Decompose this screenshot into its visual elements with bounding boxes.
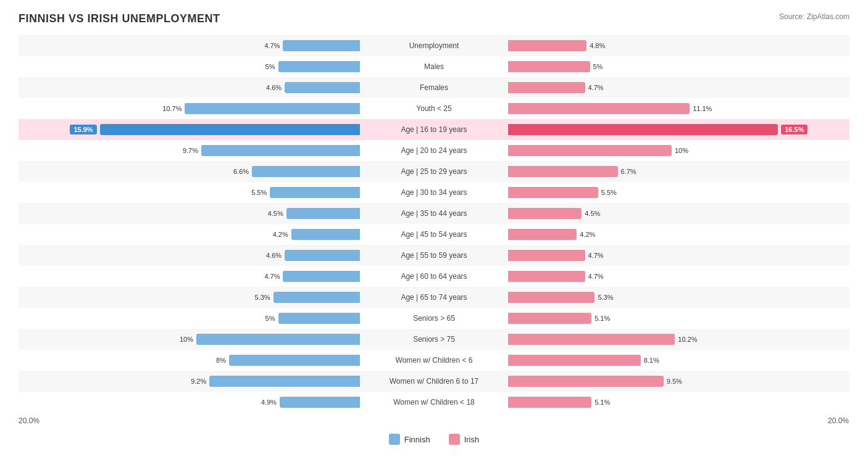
bar-wrapper-right: 5.3%	[508, 292, 849, 303]
bar-irish	[508, 334, 675, 345]
bar-irish	[508, 376, 664, 387]
right-section: 5%	[508, 61, 849, 72]
bar-irish	[508, 250, 585, 261]
right-section: 9.5%	[508, 376, 849, 387]
right-section: 11.1%	[508, 103, 849, 114]
bar-finnish	[285, 82, 360, 93]
bar-wrapper-left: 9.2%	[19, 376, 360, 387]
val-left: 10%	[172, 336, 193, 343]
left-section: 5.5%	[19, 187, 360, 198]
right-section: 6.7%	[508, 166, 849, 177]
axis-left: 20.0%	[19, 416, 365, 425]
left-section: 9.2%	[19, 376, 360, 387]
val-left: 5%	[254, 63, 275, 70]
bar-wrapper-right: 10.2%	[508, 334, 849, 345]
right-section: 10%	[508, 145, 849, 156]
bar-wrapper-right: 4.7%	[508, 250, 849, 261]
bar-row: 5.3% Age | 65 to 74 years 5.3%	[19, 287, 849, 308]
bar-label: Youth < 25	[360, 104, 508, 113]
bar-wrapper-right: 4.8%	[508, 40, 849, 51]
legend-box-finnish	[389, 434, 400, 445]
bar-wrapper-left: 4.7%	[19, 40, 360, 51]
bar-irish	[508, 292, 595, 303]
left-section: 4.7%	[19, 40, 360, 51]
right-section: 5.3%	[508, 292, 849, 303]
bar-finnish	[185, 103, 360, 114]
bar-wrapper-left: 4.9%	[19, 397, 360, 408]
val-left: 4.6%	[260, 252, 282, 259]
bar-label: Age | 55 to 59 years	[360, 251, 508, 260]
right-section: 4.2%	[508, 229, 849, 240]
bar-row: 4.6% Age | 55 to 59 years 4.7%	[19, 245, 849, 266]
bar-finnish	[278, 61, 361, 72]
bar-finnish	[280, 397, 360, 408]
bar-row: 4.9% Women w/ Children < 18 5.1%	[19, 392, 849, 413]
right-section: 4.7%	[508, 271, 849, 282]
legend-irish-label: Irish	[464, 435, 480, 444]
bar-wrapper-left: 15.9%	[19, 124, 360, 135]
bar-label: Seniors > 65	[360, 314, 508, 323]
bar-irish	[508, 187, 598, 198]
bar-finnish	[100, 124, 360, 135]
right-section: 8.1%	[508, 355, 849, 366]
val-right: 8.1%	[644, 357, 666, 364]
val-left: 4.9%	[255, 399, 277, 406]
chart-container: FINNISH VS IRISH UNEMPLOYMENT Source: Zi…	[0, 0, 868, 467]
left-section: 4.6%	[19, 82, 360, 93]
bar-irish	[508, 40, 586, 51]
bar-wrapper-right: 4.7%	[508, 271, 849, 282]
bar-label: Age | 65 to 74 years	[360, 293, 508, 302]
bar-label: Women w/ Children 6 to 17	[360, 377, 508, 386]
bar-finnish	[196, 334, 360, 345]
left-section: 4.9%	[19, 397, 360, 408]
bar-row: 10% Seniors > 75 10.2%	[19, 329, 849, 350]
left-section: 4.5%	[19, 208, 360, 219]
bar-irish	[508, 82, 585, 93]
bar-row: 4.5% Age | 35 to 44 years 4.5%	[19, 203, 849, 224]
bar-row: 8% Women w/ Children < 6 8.1%	[19, 350, 849, 371]
bar-wrapper-left: 10%	[19, 334, 360, 345]
left-section: 6.6%	[19, 166, 360, 177]
val-right: 4.7%	[588, 273, 610, 280]
left-section: 4.6%	[19, 250, 360, 261]
chart-source: Source: ZipAtlas.com	[779, 12, 849, 21]
bar-finnish	[229, 355, 360, 366]
bar-irish	[508, 145, 672, 156]
val-right: 4.7%	[588, 252, 610, 259]
bar-label: Age | 16 to 19 years	[360, 125, 508, 134]
val-right: 11.1%	[693, 105, 714, 112]
left-section: 10%	[19, 334, 360, 345]
bar-wrapper-right: 5.1%	[508, 397, 849, 408]
bar-row: 9.2% Women w/ Children 6 to 17 9.5%	[19, 371, 849, 392]
bar-wrapper-left: 4.6%	[19, 82, 360, 93]
bar-label: Women w/ Children < 18	[360, 398, 508, 407]
right-section: 16.5%	[508, 124, 849, 135]
right-section: 5.1%	[508, 313, 849, 324]
bar-irish	[508, 397, 591, 408]
val-left: 4.2%	[267, 231, 288, 238]
left-section: 15.9%	[19, 124, 360, 135]
val-left: 5%	[254, 315, 275, 322]
bar-label: Age | 30 to 34 years	[360, 188, 508, 197]
val-right: 4.5%	[585, 210, 606, 217]
bar-wrapper-left: 10.7%	[19, 103, 360, 114]
bar-finnish	[286, 208, 360, 219]
bar-row: 9.7% Age | 20 to 24 years 10%	[19, 140, 849, 161]
bar-wrapper-right: 4.5%	[508, 208, 849, 219]
legend-row: Finnish Irish	[19, 434, 849, 445]
bar-irish	[508, 61, 590, 72]
val-left: 8%	[204, 357, 226, 364]
left-section: 8%	[19, 355, 360, 366]
bar-wrapper-left: 5.5%	[19, 187, 360, 198]
bar-wrapper-left: 5.3%	[19, 292, 360, 303]
bar-wrapper-right: 5.1%	[508, 313, 849, 324]
val-right: 5%	[593, 63, 615, 70]
bar-row: 4.6% Females 4.7%	[19, 77, 849, 98]
val-left: 4.5%	[262, 210, 283, 217]
left-section: 9.7%	[19, 145, 360, 156]
bar-finnish	[283, 271, 360, 282]
bar-finnish	[270, 187, 360, 198]
bar-wrapper-right: 5.5%	[508, 187, 849, 198]
val-right: 5.1%	[595, 315, 616, 322]
val-right: 9.5%	[667, 378, 688, 385]
